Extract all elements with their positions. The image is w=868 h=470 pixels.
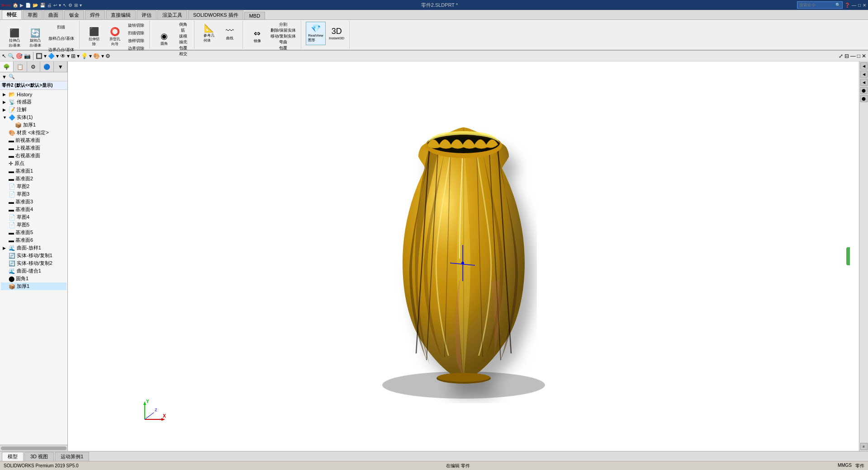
search-box[interactable]: 🔍 (797, 1, 843, 9)
view-orient-dropdown[interactable]: ▾ (44, 53, 47, 59)
wrap2-btn[interactable]: 包覆 (268, 45, 299, 51)
tree-item[interactable]: ▼🔷实体(1) (1, 113, 66, 121)
ref-geometry-btn[interactable]: 📐 参考几何体 (199, 22, 219, 45)
maximize-icon[interactable]: □ (858, 3, 861, 8)
btab-3dview[interactable]: 3D 视图 (24, 452, 54, 461)
hide-show-dropdown[interactable]: ▾ (67, 53, 70, 59)
viewport[interactable]: Y X Z (68, 61, 859, 451)
maximize-panel-btn[interactable]: □ (857, 53, 860, 59)
tree-expand-icon[interactable]: ▶ (3, 92, 7, 97)
tab-mbd[interactable]: MBD (244, 12, 265, 19)
tree-item[interactable]: ⬤圆角1 (1, 275, 66, 282)
print-icon[interactable]: 🖨 (47, 3, 52, 8)
minimize-panel-btn[interactable]: — (850, 53, 856, 59)
tree-item[interactable]: 📦加厚1 (1, 121, 66, 129)
tab-render[interactable]: 渲染工具 (157, 10, 187, 19)
tree-item[interactable]: ▬基准面3 (1, 198, 66, 206)
fullscreen-btn[interactable]: ⤢ (839, 53, 843, 59)
tree-item[interactable]: ▬基准面5 (1, 229, 66, 236)
split-view-btn[interactable]: ⊟ (844, 53, 849, 59)
display-settings-btn[interactable]: ⚙ (105, 53, 110, 59)
tree-item[interactable]: ▶📡传感器 (1, 98, 66, 106)
tree-item[interactable]: 📄草图5 (1, 221, 66, 229)
move-copy-btn[interactable]: 移动/复制实体 (268, 33, 299, 39)
rp-btn-6[interactable]: ≡ (860, 443, 868, 450)
tree-item[interactable]: 🌊曲面-缝合1 (1, 267, 66, 275)
close-icon[interactable]: ✕ (863, 3, 866, 8)
nav-arrow[interactable]: ▶ (20, 3, 24, 8)
loft-boss-btn[interactable]: 放样凸台/基体 (46, 33, 76, 44)
home-icon[interactable]: 🏠 (13, 3, 18, 8)
tree-item[interactable]: ▶📝注解 (1, 106, 66, 113)
lptab-feature-tree[interactable]: 🌳 (0, 61, 14, 72)
tree-expand-icon[interactable]: ▶ (3, 108, 7, 112)
new-icon[interactable]: 📄 (25, 3, 31, 8)
scrollbar-thumb[interactable] (1, 446, 66, 450)
tab-evaluate[interactable]: 评估 (137, 10, 157, 19)
rp-btn-1[interactable]: ◀ (860, 62, 868, 70)
chamfer-btn[interactable]: 倒角 (175, 22, 191, 27)
viewport-btn[interactable]: ⊞ (71, 53, 76, 59)
tree-item[interactable]: 📄草图2 (1, 183, 66, 190)
tree-item[interactable]: ▬基准面2 (1, 175, 66, 183)
tree-item[interactable]: ▬前视基准面 (1, 136, 66, 144)
tab-direct-edit[interactable]: 直接编辑 (106, 10, 136, 19)
rp-btn-3[interactable]: ◀ (860, 79, 868, 86)
split-btn[interactable]: 分割 (268, 22, 299, 27)
revolve-boss-btn[interactable]: 🔄 旋转凸台/基体 (25, 27, 45, 50)
shading-btn[interactable]: 🔷 (48, 53, 55, 59)
revolve-cut-btn[interactable]: 旋转切除 (126, 22, 147, 29)
delete-solid-btn[interactable]: 删除/保留实体 (268, 28, 299, 33)
lighting-dropdown[interactable]: ▾ (89, 53, 92, 59)
search-tree-icon[interactable]: 🔍 (9, 74, 15, 80)
view-arrow[interactable]: ↖ (2, 53, 6, 59)
view-orient-btn[interactable]: 🔲 (36, 53, 43, 59)
boundary-cut-btn[interactable]: 边界切除 (126, 45, 147, 52)
tree-item[interactable]: ▬上视基准面 (1, 144, 66, 152)
tree-expand-icon[interactable]: ▶ (3, 246, 7, 250)
options-icon[interactable]: ⚙ (68, 3, 72, 8)
shell-btn[interactable]: 抽壳 (175, 39, 191, 45)
color-dropdown[interactable]: ▾ (101, 53, 104, 59)
tree-item[interactable]: ▬基准面4 (1, 206, 66, 213)
btab-motion[interactable]: 运动算例1 (55, 452, 89, 461)
undo-dropdown[interactable]: ▾ (59, 3, 61, 8)
open-icon[interactable]: 📂 (33, 3, 38, 8)
realview-btn[interactable]: 💎 RealView图形 (306, 22, 326, 45)
tab-surface[interactable]: 曲面 (43, 10, 63, 19)
tree-item[interactable]: 📄草图4 (1, 213, 66, 221)
rp-btn-4[interactable]: ⬤ (860, 87, 868, 94)
undo-icon[interactable]: ↩ (53, 3, 57, 8)
extrude-cut-btn[interactable]: ⬛ 拉伸切除 (84, 25, 104, 49)
minimize-icon[interactable]: — (852, 3, 856, 8)
view-camera[interactable]: 📷 (24, 53, 31, 59)
tab-sketch[interactable]: 草图 (23, 10, 43, 19)
tree-item[interactable]: 🎨材质 <未指定> (1, 129, 66, 136)
help-q-icon[interactable]: ❓ (844, 3, 850, 8)
tree-item[interactable]: ✛原点 (1, 160, 66, 167)
tree-item[interactable]: ▬基准面1 (1, 167, 66, 175)
sweep-cut-btn[interactable]: 扫描切除 (126, 29, 147, 37)
view-snap[interactable]: 🎯 (16, 53, 23, 59)
extrude-boss-btn[interactable]: ⬛ 拉伸凸台/基体 (5, 27, 24, 50)
lptab-filter[interactable]: ▼ (54, 61, 67, 72)
btab-model[interactable]: 模型 (2, 452, 24, 461)
tree-expand-icon[interactable]: ▶ (3, 100, 7, 104)
lptab-property[interactable]: 📋 (14, 61, 27, 72)
view-search[interactable]: 🔍 (8, 53, 14, 59)
color-btn[interactable]: 🎨 (93, 53, 100, 59)
rp-btn-5[interactable]: ⬤ (860, 95, 868, 102)
mirror-btn[interactable]: ⇔ 镜像 (247, 24, 267, 48)
rp-btn-2[interactable]: ◀ (860, 70, 868, 78)
tab-sw-addins[interactable]: SOLIDWORKS 插件 (188, 10, 243, 19)
search-input[interactable] (799, 3, 835, 7)
side-panel-handle[interactable] (846, 247, 850, 265)
shading-dropdown[interactable]: ▾ (56, 53, 59, 59)
hole-wizard-btn[interactable]: ⭕ 异型孔向导 (105, 25, 125, 49)
save-icon[interactable]: 💾 (40, 3, 45, 8)
tree-item[interactable]: ▬基准面6 (1, 236, 66, 244)
pointer-select[interactable]: ↖ (63, 3, 66, 8)
left-scrollbar[interactable] (0, 445, 67, 451)
tree-item[interactable]: 📄草图3 (1, 190, 66, 198)
draft-btn[interactable]: 拔模 (175, 33, 191, 39)
